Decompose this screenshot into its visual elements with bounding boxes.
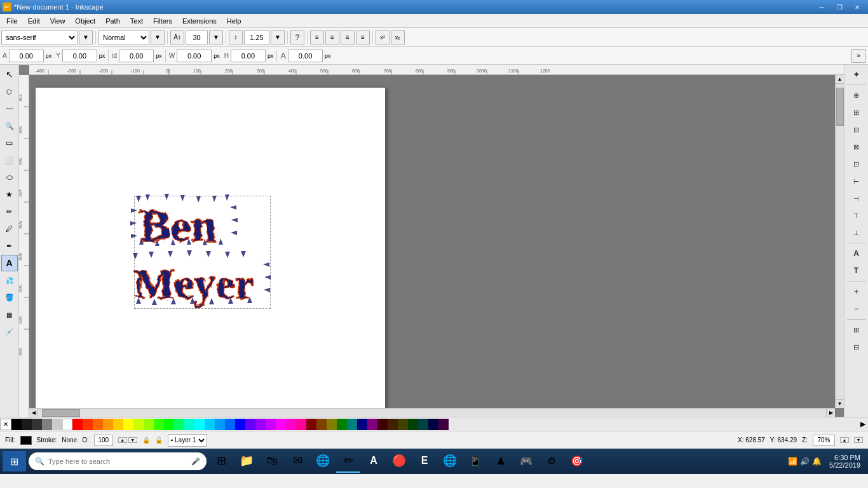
snap-btn-6[interactable]: ⊡ <box>846 156 867 172</box>
opacity-down[interactable]: ▼ <box>128 437 137 443</box>
snap-btn-4[interactable]: ⊟ <box>846 121 867 138</box>
box3d-tool[interactable]: ⬜ <box>1 152 18 168</box>
color-dark-olive[interactable] <box>398 419 408 430</box>
align-panel-btn[interactable]: A <box>846 245 867 262</box>
hscroll-thumb[interactable] <box>42 409 80 417</box>
more-btn[interactable]: » <box>851 49 865 63</box>
color-yellow-gold[interactable] <box>113 419 123 430</box>
color-violet[interactable] <box>245 419 255 430</box>
align-center-btn[interactable]: ≡ <box>325 30 339 44</box>
color-plum[interactable] <box>438 419 449 430</box>
color-cyan-blue[interactable] <box>205 419 215 430</box>
vertical-scrollbar[interactable]: ▲ ▼ <box>835 75 844 408</box>
menu-text[interactable]: Text <box>125 15 148 27</box>
color-navy[interactable] <box>357 419 367 430</box>
zoom-spinner-up[interactable]: ▲ <box>840 437 849 443</box>
color-orange[interactable] <box>93 419 103 430</box>
color-red[interactable] <box>72 419 83 430</box>
snap-btn-2[interactable]: ⊕ <box>846 87 867 104</box>
color-forest-green[interactable] <box>408 419 418 430</box>
color-midnight-blue[interactable] <box>428 419 438 430</box>
window-controls[interactable]: ─ ❐ ✕ <box>813 1 865 13</box>
color-hot-pink[interactable] <box>296 419 306 430</box>
clock[interactable]: 6:30 PM 5/22/2019 <box>824 454 865 469</box>
guide-btn[interactable]: ⊟ <box>846 339 867 355</box>
font-style-select[interactable]: Normal <box>98 30 149 44</box>
pen-tool[interactable]: 🖊 <box>1 220 18 237</box>
font-style-dropdown[interactable]: ▼ <box>151 30 165 44</box>
taskbar-taskview[interactable]: ⊞ <box>209 450 233 473</box>
color-darkgray[interactable] <box>22 419 32 430</box>
start-button[interactable]: ⊞ <box>3 451 26 471</box>
height-input[interactable] <box>231 50 266 62</box>
text-tool[interactable]: A <box>1 255 18 271</box>
font-size-dropdown[interactable]: ▼ <box>209 30 223 44</box>
taskbar-mail[interactable]: ✉ <box>285 450 309 473</box>
align-right-btn[interactable]: ≡ <box>341 30 355 44</box>
menu-edit[interactable]: Edit <box>23 15 45 27</box>
taskbar-app3[interactable]: ⚙ <box>539 450 564 473</box>
taskbar-app2[interactable]: 🎮 <box>514 450 538 473</box>
taskbar-epic[interactable]: E <box>412 450 437 473</box>
color-lightgray[interactable] <box>52 419 62 430</box>
color-dark-teal[interactable] <box>418 419 428 430</box>
y-coord-input[interactable] <box>62 50 97 62</box>
font-size-input[interactable] <box>186 30 208 44</box>
color-olive[interactable] <box>327 419 337 430</box>
color-yellow[interactable] <box>123 419 133 430</box>
menu-extensions[interactable]: Extensions <box>177 15 222 27</box>
x-coord-input[interactable] <box>9 50 44 62</box>
horizontal-scrollbar[interactable]: ◀ ▶ <box>29 408 835 417</box>
align-left-btn[interactable]: ≡ <box>310 30 324 44</box>
color-lime[interactable] <box>144 419 154 430</box>
font-size-unit[interactable]: A↕ <box>170 30 184 44</box>
no-color-swatch[interactable]: ✕ <box>0 419 11 430</box>
opacity-up[interactable]: ▲ <box>118 437 127 443</box>
calligraphy-tool[interactable]: ✒ <box>1 238 18 254</box>
line-spacing-input[interactable] <box>244 30 269 44</box>
snap-btn-9[interactable]: ⊤ <box>846 207 867 224</box>
id-input[interactable] <box>119 50 154 62</box>
notification-icon[interactable]: 🔔 <box>812 457 822 466</box>
zoom-out-btn[interactable]: − <box>846 301 867 317</box>
snap-btn-7[interactable]: ⊢ <box>846 173 867 189</box>
zoom-input[interactable] <box>813 435 835 446</box>
color-purple[interactable] <box>255 419 266 430</box>
font-family-dropdown[interactable]: ▼ <box>79 30 93 44</box>
hscroll-right-btn[interactable]: ▶ <box>826 409 835 417</box>
layer-select[interactable]: ▪ Layer 1 <box>168 434 207 447</box>
menu-help[interactable]: Help <box>222 15 247 27</box>
minimize-button[interactable]: ─ <box>813 1 830 13</box>
star-tool[interactable]: ★ <box>1 186 18 203</box>
color-blue[interactable] <box>235 419 245 430</box>
vscroll-down-btn[interactable]: ▼ <box>836 399 844 408</box>
text-object[interactable]: Ben Meyer <box>130 193 276 311</box>
color-green-cyan[interactable] <box>174 419 184 430</box>
spray-tool[interactable]: 💦 <box>1 272 18 288</box>
subscript-btn[interactable]: x₂ <box>391 30 405 44</box>
taskbar-chrome[interactable]: 🔴 <box>387 450 411 473</box>
text-panel-btn[interactable]: T <box>846 262 867 279</box>
color-green-lime[interactable] <box>154 419 164 430</box>
search-bar[interactable]: 🔍 🎤 <box>29 452 207 470</box>
color-magenta-purple[interactable] <box>266 419 276 430</box>
color-dark-red[interactable] <box>306 419 316 430</box>
maximize-button[interactable]: ❐ <box>831 1 848 13</box>
help-button[interactable]: ? <box>290 30 304 44</box>
color-cyan[interactable] <box>194 419 205 430</box>
line-spacing-dropdown[interactable]: ▼ <box>271 30 285 44</box>
close-button[interactable]: ✕ <box>849 1 865 13</box>
color-dark-brown[interactable] <box>388 419 398 430</box>
fill-tool[interactable]: 🪣 <box>1 289 18 306</box>
color-magenta[interactable] <box>276 419 286 430</box>
menu-path[interactable]: Path <box>100 15 125 27</box>
fill-color-swatch[interactable] <box>20 436 32 445</box>
canvas-area[interactable]: Ben Meyer <box>29 75 835 408</box>
grid-btn[interactable]: ⊞ <box>846 322 867 338</box>
zoom-in-btn[interactable]: + <box>846 283 867 300</box>
font-family-select[interactable]: sans-serif <box>1 30 78 44</box>
menu-view[interactable]: View <box>45 15 71 27</box>
color-maroon[interactable] <box>377 419 388 430</box>
taskbar-browser1[interactable]: 🌐 <box>311 450 335 473</box>
color-blue-sky[interactable] <box>225 419 235 430</box>
